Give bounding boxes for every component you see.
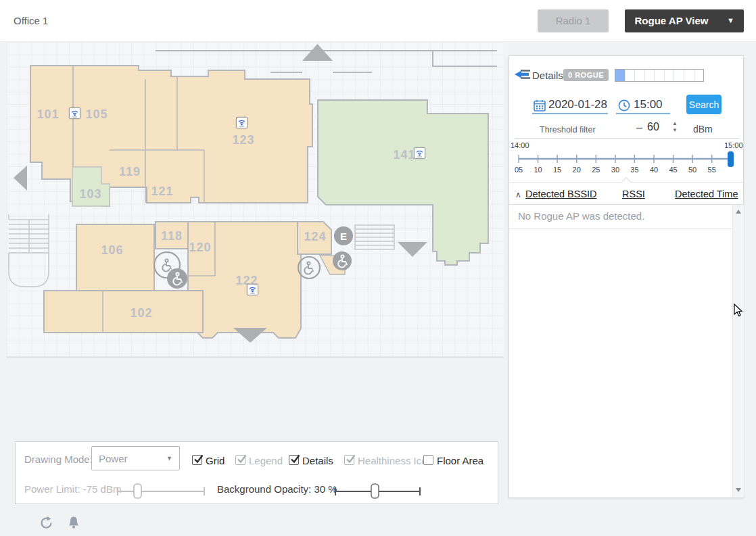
clock-icon: [618, 99, 630, 112]
threshold-unit: dBm: [693, 124, 713, 135]
timeline-tick-label: 15: [553, 166, 561, 174]
column-header-detected-bssid[interactable]: Detected BSSID: [525, 189, 597, 199]
room-label: 118: [161, 229, 183, 243]
timeline-tick-label: 20: [573, 166, 581, 174]
drawing-mode-select[interactable]: Power ▼: [91, 446, 180, 470]
timeline-tick-label: 05: [515, 166, 523, 174]
room-label: 103: [79, 187, 101, 201]
room-label: 120: [189, 241, 211, 255]
column-header-detected-time[interactable]: Detected Time: [675, 189, 738, 199]
scan-progress-bar: [615, 69, 704, 82]
wifi-ap-icon[interactable]: [236, 117, 247, 128]
threshold-value-input[interactable]: 60: [647, 121, 659, 133]
stairs-middle: [355, 225, 394, 249]
timeline-tick-label: 45: [669, 166, 677, 174]
timeline-tick-label: 55: [708, 166, 716, 174]
room-label: 102: [130, 306, 152, 320]
power-limit-label: Power Limit: -75 dBm: [24, 483, 121, 495]
timeline-tick-label: 25: [592, 166, 600, 174]
checkbox-details[interactable]: [289, 455, 299, 465]
checkbox-floor-area[interactable]: [423, 455, 433, 465]
rogue-count-badge: 0 ROGUE: [563, 69, 609, 81]
radio-1-button: Radio 1: [538, 9, 609, 32]
threshold-minus-sign: –: [636, 122, 642, 134]
drawing-mode-value: Power: [99, 453, 128, 464]
checkbox-details-label: Details: [302, 455, 333, 466]
wifi-ap-icon[interactable]: [414, 147, 425, 159]
room-label: 105: [85, 107, 108, 122]
background-opacity-slider-handle[interactable]: [371, 484, 379, 498]
room-label: 101: [37, 107, 59, 122]
date-field[interactable]: 2020-01-28: [548, 98, 607, 112]
elevator-icon: E: [334, 226, 353, 245]
rogue-ap-view-dropdown[interactable]: Rogue AP View ▼: [625, 9, 744, 32]
page-title: Office 1: [14, 15, 48, 26]
refresh-icon[interactable]: [39, 516, 53, 530]
power-limit-slider-handle: [134, 484, 141, 498]
column-header-rssi[interactable]: RSSI: [622, 189, 645, 199]
sort-ascending-icon[interactable]: ∧: [515, 190, 521, 199]
checkbox-grid[interactable]: [192, 455, 202, 465]
room-label: 141: [393, 148, 415, 162]
spinner-up-icon[interactable]: ▲: [670, 120, 680, 127]
checkbox-floor-area-label: Floor Area: [437, 455, 483, 466]
rogue-ap-details-panel: Details 0 ROGUE 2020-01-28 15:00 Search …: [509, 55, 744, 498]
calendar-icon: [534, 99, 546, 112]
time-slider[interactable]: [515, 148, 739, 168]
checkbox-healthiness-icon: [344, 455, 354, 465]
wifi-ap-icon[interactable]: [69, 107, 80, 119]
svg-text:E: E: [340, 230, 347, 242]
empty-table-message: No Rogue AP was detected.: [518, 210, 644, 222]
checkbox-legend: [235, 455, 245, 465]
chevron-down-icon: ▼: [166, 455, 172, 462]
spinner-down-icon[interactable]: ▼: [670, 127, 680, 134]
checkbox-healthiness-icon-label: Healthiness Icon: [358, 455, 433, 466]
checkbox-grid-label: Grid: [206, 455, 225, 466]
scroll-up-icon[interactable]: [736, 210, 741, 214]
time-slider-handle[interactable]: [728, 151, 734, 167]
wheelchair-icon: [333, 251, 352, 270]
timeline-tick-label: 30: [611, 166, 619, 174]
scroll-down-icon[interactable]: [736, 488, 741, 492]
timeline-tick-label: 35: [630, 166, 638, 174]
floor-map: E 101 105 123 141 119 103 121 11: [7, 42, 504, 358]
background-opacity-slider[interactable]: [333, 483, 442, 500]
timeline-tick-label: 40: [650, 166, 658, 174]
details-title: Details: [532, 70, 563, 81]
background-opacity-label: Background Opacity: 30 %: [217, 483, 337, 495]
drawing-mode-label: Drawing Mode:: [24, 454, 93, 465]
room-label: 106: [101, 243, 123, 258]
wifi-ap-icon[interactable]: [247, 284, 258, 295]
threshold-filter-label: Threshold filter: [540, 125, 596, 135]
threshold-spinner[interactable]: ▲ ▼: [670, 120, 680, 135]
list-scrollbar[interactable]: [732, 205, 744, 497]
room-label: 123: [232, 133, 254, 147]
wheelchair-icon: [167, 268, 187, 289]
time-field[interactable]: 15:00: [634, 98, 663, 112]
chevron-down-icon: ▼: [727, 16, 734, 24]
room-label: 121: [151, 185, 173, 199]
checkbox-legend-label: Legend: [249, 455, 283, 466]
timeline-tick-label: 50: [688, 166, 696, 174]
timeline-tick-label: 10: [534, 166, 542, 174]
collapse-panel-icon[interactable]: [515, 68, 531, 80]
drawing-controls-bar: Drawing Mode: Power ▼ Grid Legend Detail…: [15, 441, 498, 504]
bell-icon[interactable]: [68, 516, 80, 530]
search-button[interactable]: Search: [686, 95, 722, 114]
slider-pointer-notch: [621, 177, 631, 187]
top-bar: Office 1 Radio 1 Rogue AP View ▼: [0, 0, 756, 42]
power-limit-slider: [116, 483, 224, 500]
room-label: 124: [304, 230, 326, 244]
room-label: 119: [119, 165, 141, 179]
rogue-ap-view-label: Rogue AP View: [625, 15, 718, 26]
room-zones-lower-tan: [44, 222, 345, 338]
